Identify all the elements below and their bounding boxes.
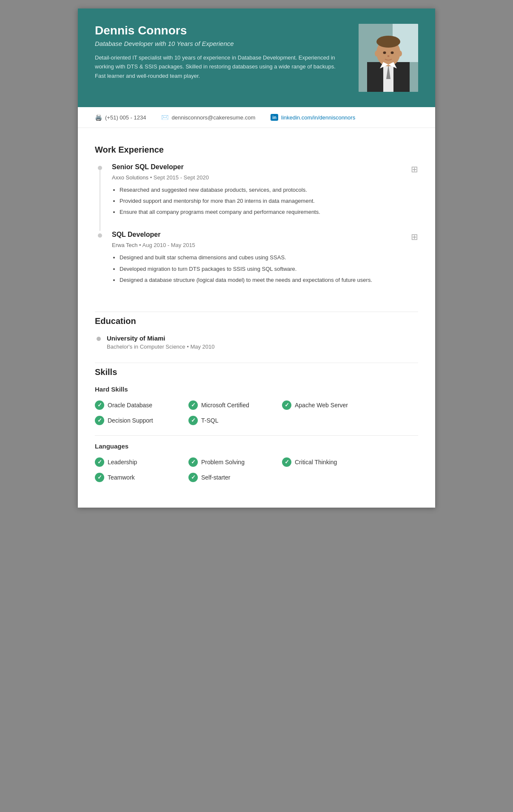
- phone-text: (+51) 005 - 1234: [105, 114, 146, 121]
- work-experience-section: Work Experience Senior SQL Developer ⊞: [95, 145, 418, 299]
- skill-teamwork: Teamwork: [95, 473, 188, 482]
- languages-grid: Leadership Problem Solving Critical Thin…: [95, 457, 418, 482]
- header-left: Dennis Connors Database Developer with 1…: [95, 24, 359, 80]
- skill-check-apache: [282, 400, 291, 410]
- timeline-line-col-1: [95, 163, 105, 231]
- svg-point-11: [388, 55, 390, 57]
- skill-label-problem-solving: Problem Solving: [201, 459, 245, 466]
- edu-dot-1: [97, 337, 101, 341]
- timeline-dot-2: [98, 233, 102, 238]
- job-2-title: SQL Developer: [112, 231, 160, 238]
- skill-check-microsoft: [188, 400, 198, 410]
- resume-wrapper: Dennis Connors Database Developer with 1…: [78, 9, 435, 508]
- job-2-bullet-3: Designed a database structure (logical d…: [120, 276, 418, 284]
- skill-apache: Apache Web Server: [282, 400, 376, 410]
- svg-point-10: [391, 51, 394, 54]
- candidate-name: Dennis Connors: [95, 24, 346, 37]
- candidate-photo: [359, 24, 418, 92]
- timeline-item-2: SQL Developer ⊞ Erwa Tech • Aug 2010 - M…: [95, 231, 418, 298]
- svg-point-8: [398, 51, 402, 57]
- job-1-separator: •: [150, 174, 154, 181]
- timeline: Senior SQL Developer ⊞ Axxo Solutions • …: [95, 163, 418, 299]
- job-1-title: Senior SQL Developer: [112, 163, 184, 171]
- divider-1: [95, 312, 418, 312]
- job-1-bullets: Researched and suggested new database pr…: [112, 186, 418, 216]
- hard-skills-subsection: Hard Skills Oracle Database Microsoft Ce…: [95, 386, 418, 425]
- skill-label-microsoft: Microsoft Certified: [201, 402, 249, 409]
- skill-label-decision: Decision Support: [108, 417, 153, 424]
- email-text: dennisconnors@cakeresume.com: [171, 114, 255, 121]
- edu-school-1: University of Miami: [107, 335, 214, 342]
- job-2-bullet-1: Designed and built star schema dimension…: [120, 253, 418, 262]
- skill-microsoft-certified: Microsoft Certified: [188, 400, 282, 410]
- job-1-content: Senior SQL Developer ⊞ Axxo Solutions • …: [112, 163, 418, 231]
- building-icon-2: ⊞: [411, 232, 418, 242]
- email-icon: ✉️: [161, 114, 168, 121]
- svg-point-9: [383, 51, 386, 54]
- contact-bar: 🖨️ (+51) 005 - 1234 ✉️ dennisconnors@cak…: [78, 107, 435, 128]
- skill-critical-thinking: Critical Thinking: [282, 457, 376, 467]
- svg-point-6: [376, 36, 400, 48]
- svg-point-7: [375, 51, 379, 57]
- skills-section: Skills Hard Skills Oracle Database Micro…: [95, 367, 418, 482]
- edu-item-1: University of Miami Bachelor's in Comput…: [95, 335, 418, 350]
- skill-check-leadership: [95, 457, 104, 467]
- skill-leadership: Leadership: [95, 457, 188, 467]
- divider-2: [95, 363, 418, 363]
- job-1-bullet-1: Researched and suggested new database pr…: [120, 186, 418, 194]
- skill-check-oracle: [95, 400, 104, 410]
- skill-check-decision: [95, 416, 104, 425]
- timeline-item-1: Senior SQL Developer ⊞ Axxo Solutions • …: [95, 163, 418, 231]
- edu-degree-text-1: Bachelor's in Computer Science: [107, 344, 185, 350]
- resume-header: Dennis Connors Database Developer with 1…: [78, 9, 435, 107]
- job-2-bullets: Designed and built star schema dimension…: [112, 253, 418, 284]
- phone-icon: 🖨️: [95, 114, 102, 121]
- skill-label-critical-thinking: Critical Thinking: [295, 459, 337, 466]
- job-1-company-row: Axxo Solutions • Sept 2015 - Sept 2020: [112, 174, 418, 181]
- contact-linkedin[interactable]: in linkedin.com/in/dennisconnors: [271, 114, 355, 121]
- divider-3: [95, 435, 418, 436]
- skill-check-problem-solving: [188, 457, 198, 467]
- main-content: Work Experience Senior SQL Developer ⊞: [78, 128, 435, 508]
- job-1-company: Axxo Solutions: [112, 174, 148, 181]
- education-section: Education University of Miami Bachelor's…: [95, 316, 418, 350]
- languages-subsection: Languages Leadership Problem Solving Cri…: [95, 443, 418, 482]
- contact-email: ✉️ dennisconnors@cakeresume.com: [161, 114, 255, 121]
- timeline-line-col-2: [95, 231, 105, 298]
- job-2-content: SQL Developer ⊞ Erwa Tech • Aug 2010 - M…: [112, 231, 418, 298]
- job-2-company-row: Erwa Tech • Aug 2010 - May 2015: [112, 242, 418, 248]
- skill-check-critical-thinking: [282, 457, 291, 467]
- skill-self-starter: Self-starter: [188, 473, 282, 482]
- skill-oracle-database: Oracle Database: [95, 400, 188, 410]
- contact-phone: 🖨️ (+51) 005 - 1234: [95, 114, 146, 121]
- job-1-header: Senior SQL Developer ⊞: [112, 163, 418, 174]
- skill-check-teamwork: [95, 473, 104, 482]
- candidate-bio: Detail-oriented IT specialist with 10 ye…: [95, 53, 346, 80]
- languages-title: Languages: [95, 443, 418, 450]
- skill-label-self-starter: Self-starter: [201, 474, 230, 481]
- job-2-bullet-2: Developed migration to turn DTS packages…: [120, 265, 418, 273]
- skill-label-teamwork: Teamwork: [108, 474, 135, 481]
- education-title: Education: [95, 316, 418, 326]
- skill-decision-support: Decision Support: [95, 416, 188, 425]
- linkedin-icon: in: [271, 114, 278, 121]
- job-1-period: Sept 2015 - Sept 2020: [154, 174, 209, 181]
- edu-details-1: University of Miami Bachelor's in Comput…: [107, 335, 214, 350]
- skill-label-apache: Apache Web Server: [295, 402, 348, 409]
- hard-skills-grid: Oracle Database Microsoft Certified Apac…: [95, 400, 418, 425]
- skill-problem-solving: Problem Solving: [188, 457, 282, 467]
- skill-label-tsql: T-SQL: [201, 417, 218, 424]
- job-1-bullet-3: Ensure that all company programs meet co…: [120, 208, 418, 216]
- timeline-dot-1: [98, 166, 102, 170]
- skill-label-leadership: Leadership: [108, 459, 137, 466]
- linkedin-text: linkedin.com/in/dennisconnors: [281, 114, 355, 121]
- skill-tsql: T-SQL: [188, 416, 282, 425]
- job-1-bullet-2: Provided support and mentorship for more…: [120, 197, 418, 205]
- edu-degree-1: Bachelor's in Computer Science • May 201…: [107, 344, 214, 350]
- work-experience-title: Work Experience: [95, 145, 418, 155]
- job-2-company: Erwa Tech: [112, 242, 137, 248]
- job-2-header: SQL Developer ⊞: [112, 231, 418, 242]
- candidate-title: Database Developer with 10 Years of Expe…: [95, 40, 346, 47]
- timeline-vert-line-1: [100, 170, 100, 231]
- skill-label-oracle: Oracle Database: [108, 402, 152, 409]
